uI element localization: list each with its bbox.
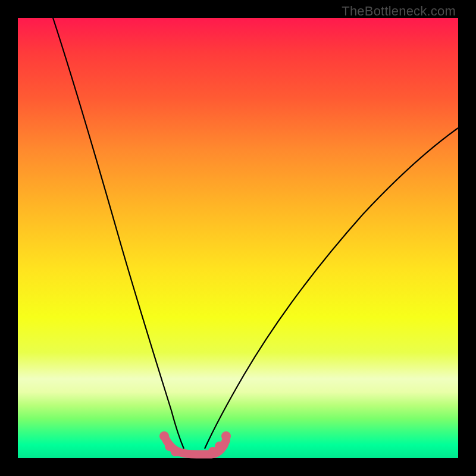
band-dot — [171, 447, 180, 456]
chart-frame — [18, 18, 458, 458]
band-dot — [215, 441, 224, 451]
band-dot — [221, 431, 231, 441]
right-curve — [205, 128, 458, 449]
chart-svg — [18, 18, 458, 458]
band-dot — [159, 431, 169, 441]
left-curve — [53, 18, 184, 449]
attribution-label: TheBottleneck.com — [342, 4, 456, 19]
